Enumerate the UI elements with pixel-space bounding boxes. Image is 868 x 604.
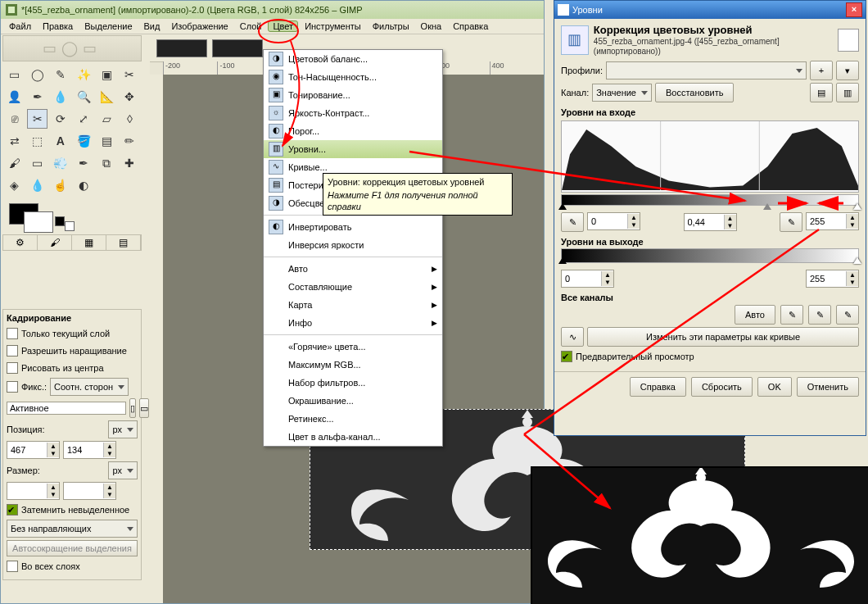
size-x[interactable] (7, 484, 47, 498)
cb-from-center[interactable] (7, 362, 18, 374)
in-high[interactable] (807, 214, 846, 229)
tool-eraser[interactable]: ▭ (27, 153, 47, 173)
btn-help[interactable]: Справка (630, 377, 686, 397)
mi-map[interactable]: Карта▶ (264, 296, 442, 314)
menu-file[interactable]: Файл (4, 20, 36, 32)
preset-add-icon[interactable]: + (810, 61, 833, 80)
tool-paths[interactable]: ✒ (27, 87, 47, 107)
menu-select[interactable]: Выделение (79, 20, 137, 32)
picker-black-icon[interactable]: ✎ (561, 212, 584, 232)
tab-patterns[interactable]: ▦ (72, 235, 106, 250)
tab-brushes[interactable]: 🖌 (38, 235, 72, 250)
menu-view[interactable]: Вид (139, 20, 165, 32)
btn-auto[interactable]: Авто (735, 305, 775, 325)
tab-gradients[interactable]: ▤ (106, 235, 141, 250)
tool-airbrush[interactable]: 💨 (50, 153, 70, 173)
menu-help[interactable]: Справка (448, 20, 493, 32)
btn-autoshrink[interactable]: Автосокращение выделения (7, 540, 138, 556)
tool-perspective[interactable]: ◊ (120, 109, 140, 129)
tool-rotate[interactable]: ⟳ (50, 109, 70, 129)
in-gamma[interactable] (685, 215, 724, 229)
out-low[interactable] (562, 271, 601, 286)
mi-colorize[interactable]: ▣Тонирование... (264, 86, 442, 104)
tool-fuzzy-select[interactable]: ✨ (73, 65, 93, 84)
pos-y[interactable] (64, 443, 103, 457)
cb-darken[interactable]: ✔ (7, 504, 18, 515)
mi-hue-sat[interactable]: ◉Тон-Насыщенность... (264, 68, 442, 86)
pick-gray-all-icon[interactable]: ✎ (808, 305, 831, 325)
combo-fixed[interactable]: Соотн. сторон (50, 378, 129, 396)
mi-brightness[interactable]: ☼Яркость-Контраст... (264, 104, 442, 122)
out-slider-white[interactable] (853, 257, 861, 264)
menubar[interactable]: Файл Правка Выделение Вид Изображение Сл… (1, 19, 544, 34)
menu-layer[interactable]: Слой (235, 20, 267, 32)
color-swatches[interactable] (2, 202, 142, 231)
tool-free-select[interactable]: ✎ (50, 65, 70, 84)
combo-guides[interactable]: Без направляющих (7, 520, 138, 538)
mi-value-invert[interactable]: Инверсия яркости (264, 236, 442, 254)
output-gradient[interactable] (561, 248, 859, 263)
mi-components[interactable]: Составляющие▶ (264, 278, 442, 296)
cb-allow-grow[interactable] (7, 345, 18, 356)
tool-scale[interactable]: ⤢ (73, 109, 93, 129)
unit-position[interactable]: px (108, 420, 138, 438)
mi-maxrgb[interactable]: Максимум RGB... (264, 356, 442, 374)
tool-zoom[interactable]: 🔍 (73, 87, 93, 107)
slider-white[interactable] (853, 203, 861, 210)
mi-auto[interactable]: Авто▶ (264, 260, 442, 278)
btn-cancel[interactable]: Отменить (797, 377, 859, 397)
mi-filterpack[interactable]: Набор фильтров... (264, 374, 442, 392)
tool-clone[interactable]: ⧉ (97, 153, 117, 173)
btn-reset[interactable]: Сбросить (691, 377, 753, 397)
tool-foreground[interactable]: 👤 (4, 87, 25, 107)
close-icon[interactable]: × (846, 2, 862, 17)
tool-text[interactable]: A (50, 131, 70, 151)
menu-edit[interactable]: Правка (38, 20, 78, 32)
slider-black[interactable] (558, 203, 567, 210)
slider-gamma[interactable] (763, 203, 771, 210)
curves-link-icon[interactable]: ∿ (561, 327, 584, 347)
picker-white-icon[interactable]: ✎ (780, 212, 802, 232)
orientation-landscape-icon[interactable]: ▭ (139, 398, 149, 418)
menu-tools[interactable]: Инструменты (300, 20, 366, 32)
tool-pencil[interactable]: ✏ (120, 131, 140, 151)
size-y[interactable] (64, 484, 103, 498)
preset-menu-icon[interactable]: ▾ (836, 61, 859, 80)
menu-filters[interactable]: Фильтры (368, 20, 414, 32)
image-tab-1[interactable] (156, 39, 207, 57)
tool-ink[interactable]: ✒ (73, 153, 93, 173)
tool-move[interactable]: ✥ (120, 87, 140, 107)
tool-dodge[interactable]: ◐ (73, 175, 93, 195)
in-low[interactable] (588, 214, 627, 229)
cb-preview[interactable]: ✔ (561, 351, 572, 362)
menu-image[interactable]: Изображение (166, 20, 233, 32)
cb-fixed[interactable] (7, 381, 18, 393)
combo-channel[interactable]: Значение (592, 84, 652, 102)
out-slider-black[interactable] (558, 257, 567, 264)
tool-brush[interactable]: 🖌 (4, 153, 25, 173)
pick-black-all-icon[interactable]: ✎ (780, 305, 803, 325)
tool-measure[interactable]: 📐 (97, 87, 117, 107)
input-active[interactable] (7, 402, 126, 415)
btn-edit-curves[interactable]: Изменить эти параметры как кривые (587, 327, 859, 347)
cb-all-layers[interactable] (7, 561, 18, 572)
tool-blur[interactable]: 💧 (27, 175, 47, 195)
input-gradient[interactable] (561, 194, 859, 206)
tool-color-picker[interactable]: 💧 (50, 87, 70, 107)
image-tab-2[interactable] (212, 39, 263, 57)
mi-color-balance[interactable]: ◑Цветовой баланс... (264, 50, 442, 68)
tool-by-color[interactable]: ▣ (97, 65, 117, 84)
tool-perspective-clone[interactable]: ◈ (4, 175, 25, 195)
tool-ellipse-select[interactable]: ◯ (27, 65, 47, 84)
btn-ok[interactable]: OK (757, 377, 792, 397)
unit-size[interactable]: px (108, 461, 138, 479)
menu-windows[interactable]: Окна (416, 20, 447, 32)
tool-align[interactable]: ⎚ (4, 109, 25, 129)
out-high[interactable] (807, 271, 846, 286)
tool-crop[interactable]: ✂ (27, 109, 47, 129)
mi-threshold[interactable]: ◐Порог... (264, 122, 442, 140)
combo-presets[interactable] (606, 61, 807, 79)
mini-bg[interactable] (65, 221, 75, 231)
tool-blend[interactable]: ▤ (97, 131, 117, 151)
tool-shear[interactable]: ▱ (97, 109, 117, 129)
